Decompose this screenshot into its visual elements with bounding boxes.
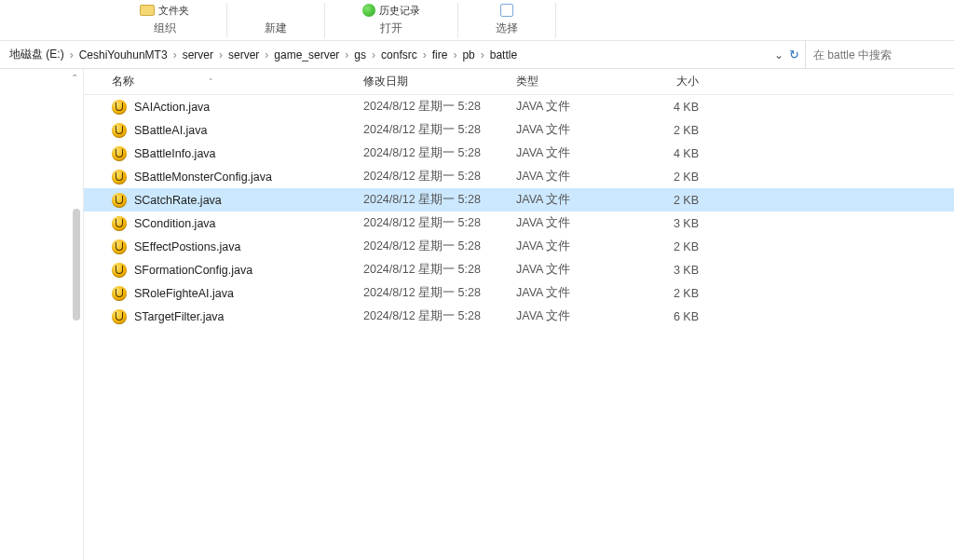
expand-chevron-icon[interactable]: ⌃	[67, 71, 82, 86]
file-type-cell: JAVA 文件	[512, 262, 624, 278]
file-date-cell: 2024/8/12 星期一 5:28	[363, 169, 512, 184]
refresh-icon[interactable]: ↻	[789, 48, 799, 61]
search-box[interactable]: 🔍	[805, 41, 954, 68]
breadcrumb-segment[interactable]: game_server	[270, 41, 343, 68]
file-row[interactable]: SEffectPostions.java2024/8/12 星期一 5:28JA…	[84, 235, 954, 258]
java-file-icon	[112, 146, 127, 161]
file-name-text: SCatchRate.java	[134, 194, 222, 207]
search-input[interactable]	[813, 48, 953, 61]
toolbar-group-open: 历史记录 打开	[325, 0, 457, 40]
file-type-cell: JAVA 文件	[512, 169, 624, 184]
chevron-right-icon[interactable]: ›	[171, 48, 179, 61]
file-type-cell: JAVA 文件	[512, 122, 624, 138]
chevron-right-icon[interactable]: ›	[263, 48, 270, 61]
file-row[interactable]: SAIAction.java2024/8/12 星期一 5:28JAVA 文件4…	[84, 95, 954, 118]
column-header-label: 类型	[516, 75, 538, 88]
breadcrumb-bar[interactable]: 地磁盘 (E:)›CeshiYouhunMT3›server›server›ga…	[0, 41, 769, 68]
ribbon-toolbar: 文件夹 组织 新建 历史记录 打开 选择	[0, 0, 954, 41]
file-name-text: SBattleAI.java	[134, 124, 208, 137]
file-row[interactable]: STargetFilter.java2024/8/12 星期一 5:28JAVA…	[84, 305, 954, 328]
file-name-cell: SBattleMonsterConfig.java	[84, 170, 363, 184]
main-area: ⌃ 名称 ˄ 修改日期 类型 大小 SAIAction.java2024/8/1…	[0, 69, 954, 560]
file-type-cell: JAVA 文件	[512, 192, 624, 208]
toolbar-upper-label: 文件夹	[140, 2, 189, 19]
file-size-cell: 4 KB	[624, 147, 727, 160]
file-date-cell: 2024/8/12 星期一 5:28	[363, 192, 512, 208]
java-file-icon	[112, 286, 127, 301]
column-header-size[interactable]: 大小	[624, 74, 727, 89]
toolbar-group-label: 组织	[154, 20, 176, 36]
breadcrumb-segment[interactable]: confsrc	[377, 41, 421, 68]
chevron-right-icon[interactable]: ›	[217, 48, 225, 61]
file-date-cell: 2024/8/12 星期一 5:28	[363, 145, 512, 161]
toolbar-group-organize: 文件夹 组织	[0, 0, 226, 40]
file-name-text: SBattleMonsterConfig.java	[134, 171, 272, 184]
file-name-cell: SCondition.java	[84, 216, 363, 231]
breadcrumb-segment[interactable]: pb	[458, 41, 478, 68]
breadcrumb-segment[interactable]: server	[225, 41, 263, 68]
file-row[interactable]: SBattleAI.java2024/8/12 星期一 5:28JAVA 文件2…	[84, 118, 954, 142]
file-size-cell: 6 KB	[624, 310, 727, 323]
java-file-icon	[112, 239, 127, 254]
file-name-cell: SAIAction.java	[84, 100, 363, 115]
file-size-cell: 2 KB	[624, 240, 727, 253]
file-row[interactable]: SFormationConfig.java2024/8/12 星期一 5:28J…	[84, 258, 954, 281]
file-type-cell: JAVA 文件	[512, 99, 624, 115]
chevron-right-icon[interactable]: ›	[68, 48, 75, 61]
column-header-name[interactable]: 名称 ˄	[84, 74, 363, 89]
file-name-cell: SRoleFighteAI.java	[84, 286, 363, 301]
file-size-cell: 2 KB	[624, 124, 727, 137]
file-size-cell: 4 KB	[624, 101, 727, 114]
folder-icon	[140, 5, 155, 16]
toolbar-group-label: 新建	[265, 20, 287, 36]
file-type-cell: JAVA 文件	[512, 215, 624, 231]
column-header-type[interactable]: 类型	[512, 74, 624, 89]
java-file-icon	[112, 216, 127, 231]
chevron-right-icon[interactable]: ›	[421, 48, 429, 61]
column-headers[interactable]: 名称 ˄ 修改日期 类型 大小	[84, 69, 954, 95]
file-row[interactable]: SBattleInfo.java2024/8/12 星期一 5:28JAVA 文…	[84, 142, 954, 165]
chevron-right-icon[interactable]: ›	[370, 48, 377, 61]
toolbar-separator	[555, 3, 556, 38]
chevron-right-icon[interactable]: ›	[451, 48, 458, 61]
file-list-area: 名称 ˄ 修改日期 类型 大小 SAIAction.java2024/8/12 …	[84, 69, 954, 560]
history-icon	[362, 4, 375, 17]
file-row[interactable]: SBattleMonsterConfig.java2024/8/12 星期一 5…	[84, 165, 954, 188]
toolbar-group-new: 新建	[227, 0, 324, 40]
file-type-cell: JAVA 文件	[512, 145, 624, 161]
breadcrumb-segment[interactable]: CeshiYouhunMT3	[75, 41, 171, 68]
file-row[interactable]: SCondition.java2024/8/12 星期一 5:28JAVA 文件…	[84, 212, 954, 235]
toolbar-group-label: 打开	[380, 20, 402, 36]
toolbar-upper-label: 历史记录	[362, 2, 420, 19]
breadcrumb-segment[interactable]: server	[179, 41, 217, 68]
checkbox-icon	[500, 4, 513, 17]
column-header-date[interactable]: 修改日期	[363, 74, 512, 89]
breadcrumb-segment[interactable]: battle	[486, 41, 521, 68]
file-name-text: SEffectPostions.java	[134, 240, 240, 253]
address-tail: ⌄ ↻	[769, 41, 805, 68]
file-name-text: SRoleFighteAI.java	[134, 287, 234, 300]
chevron-right-icon[interactable]: ›	[479, 48, 486, 61]
column-header-label: 大小	[676, 75, 699, 88]
file-name-text: SAIAction.java	[134, 101, 210, 114]
chevron-down-icon[interactable]: ⌄	[774, 48, 784, 61]
chevron-right-icon[interactable]: ›	[343, 48, 350, 61]
file-size-cell: 3 KB	[624, 264, 727, 277]
toolbar-group-label: 选择	[496, 20, 518, 36]
address-bar-row: 地磁盘 (E:)›CeshiYouhunMT3›server›server›ga…	[0, 41, 954, 69]
file-size-cell: 2 KB	[624, 171, 727, 184]
breadcrumb-segment[interactable]: 地磁盘 (E:)	[6, 41, 68, 68]
file-size-cell: 2 KB	[624, 194, 727, 207]
navigation-pane[interactable]: ⌃	[0, 69, 84, 560]
breadcrumb-segment[interactable]: gs	[350, 41, 370, 68]
file-row[interactable]: SRoleFighteAI.java2024/8/12 星期一 5:28JAVA…	[84, 281, 954, 305]
toolbar-upper-text: 历史记录	[379, 4, 420, 18]
file-name-cell: SEffectPostions.java	[84, 239, 363, 254]
java-file-icon	[112, 263, 127, 278]
file-type-cell: JAVA 文件	[512, 285, 624, 301]
java-file-icon	[112, 100, 127, 115]
scrollbar-thumb[interactable]	[73, 209, 80, 321]
file-row[interactable]: SCatchRate.java2024/8/12 星期一 5:28JAVA 文件…	[84, 188, 954, 212]
breadcrumb-segment[interactable]: fire	[429, 41, 452, 68]
file-name-cell: SCatchRate.java	[84, 193, 363, 208]
